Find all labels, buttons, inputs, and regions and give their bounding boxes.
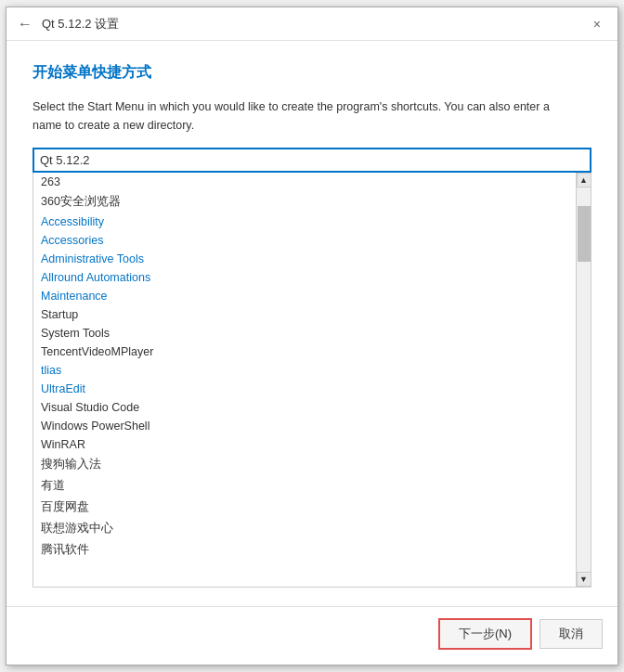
list-item[interactable]: 腾讯软件 [33,539,576,561]
list-item[interactable]: Accessories [33,231,576,250]
footer: 下一步(N) 取消 [6,606,618,665]
list-item[interactable]: Accessibility [33,213,576,231]
list-item[interactable]: 263 [33,173,576,191]
list-item[interactable]: 搜狗输入法 [33,454,576,475]
list-item[interactable]: TencentVideoMPlayer [33,342,576,361]
list-item[interactable]: tlias [33,361,576,380]
list-item[interactable]: 有道 [33,475,576,497]
start-menu-list: 263360安全浏览器AccessibilityAccessoriesAdmin… [32,173,592,588]
scrollbar-thumb[interactable] [578,206,591,262]
description-text: Select the Start Menu in which you would… [32,97,571,135]
list-item[interactable]: Startup [33,305,576,324]
list-item[interactable]: Windows PowerShell [33,417,576,435]
list-item[interactable]: Visual Studio Code [33,398,576,417]
close-button[interactable]: × [588,16,606,32]
scrollbar-track: ▲ ▼ [576,173,591,587]
list-item[interactable]: System Tools [33,324,576,342]
title-bar: ← Qt 5.12.2 设置 × [6,7,618,41]
section-title: 开始菜单快捷方式 [32,63,592,83]
list-item[interactable]: WinRAR [33,435,576,454]
directory-input[interactable] [32,148,592,173]
list-scroll-area[interactable]: 263360安全浏览器AccessibilityAccessoriesAdmin… [33,173,576,587]
installer-window: ← Qt 5.12.2 设置 × 开始菜单快捷方式 Select the Sta… [6,6,618,666]
cancel-button[interactable]: 取消 [540,619,603,649]
list-item[interactable]: Administrative Tools [33,250,576,268]
list-item[interactable]: 百度网盘 [33,497,576,518]
list-item[interactable]: Maintenance [33,287,576,305]
next-button[interactable]: 下一步(N) [438,618,532,650]
content-area: 开始菜单快捷方式 Select the Start Menu in which … [6,41,618,602]
list-item[interactable]: UltraEdit [33,380,576,398]
list-item[interactable]: 联想游戏中心 [33,518,576,539]
scroll-up-arrow[interactable]: ▲ [577,173,592,187]
scroll-down-arrow[interactable]: ▼ [577,572,592,587]
back-arrow-icon[interactable]: ← [18,16,32,32]
title-bar-left: ← Qt 5.12.2 设置 [18,16,119,32]
window-title: Qt 5.12.2 设置 [42,16,119,32]
list-item[interactable]: Allround Automations [33,268,576,287]
list-item[interactable]: 360安全浏览器 [33,191,576,213]
